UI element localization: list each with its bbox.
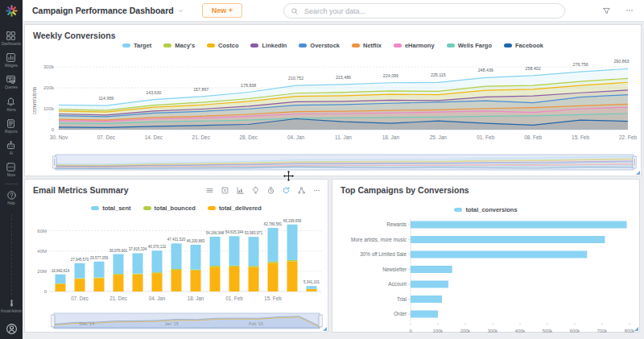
email-legend: total_senttotal_bouncedtotal_delivered (25, 205, 328, 212)
zoho-analytics-logo[interactable] (5, 4, 19, 21)
sidebar-item-alerts[interactable]: Alerts (2, 97, 21, 112)
svg-text:700k: 700k (597, 329, 608, 333)
chevron-down-icon (177, 7, 184, 14)
chart-type-icon[interactable] (236, 186, 245, 195)
svg-text:0: 0 (409, 329, 411, 333)
svg-text:Newsletter: Newsletter (382, 267, 407, 272)
dashboard-title-dropdown[interactable]: Campaign Performance Dashboard (32, 6, 184, 15)
svg-text:248,439: 248,439 (478, 68, 493, 72)
legend-item-total-conversions[interactable]: total_conversions (454, 206, 517, 213)
sidebar-divider (5, 184, 18, 184)
svg-text:114,959: 114,959 (99, 96, 114, 101)
sidebar-item-widgets[interactable]: Widgets (2, 52, 21, 68)
legend-swatch (352, 43, 360, 48)
svg-text:04. Jan: 04. Jan (287, 134, 305, 140)
svg-text:Jan '15: Jan '15 (164, 321, 179, 326)
svg-text:21. Dec: 21. Dec (192, 134, 211, 140)
svg-text:Trial: Trial (397, 296, 407, 302)
legend-swatch (91, 206, 99, 210)
insights-icon[interactable] (251, 186, 260, 195)
legend-item-macy-s[interactable]: Macy's (163, 42, 195, 49)
svg-text:28. Dec: 28. Dec (239, 134, 258, 140)
svg-text:20M: 20M (37, 269, 47, 274)
ellipsis-icon[interactable] (312, 186, 321, 195)
sidebar: DashboardsWidgetsQueriesAlertsReportsAIM… (0, 0, 23, 339)
refresh-icon[interactable] (282, 186, 291, 195)
svg-text:62,780,581: 62,780,581 (264, 222, 283, 226)
legend-item-netflix[interactable]: Netflix (352, 42, 382, 49)
sidebar-item-reports[interactable]: Reports (2, 118, 21, 134)
panel-title: Weekly Conversions (33, 31, 116, 40)
email-range-selector[interactable]: Dec '14Jan '15Feb '15 (51, 312, 323, 330)
legend-item-costco[interactable]: Costco (207, 42, 238, 49)
email-panel-toolbar (205, 186, 321, 195)
hamburger-icon[interactable] (205, 186, 214, 195)
legend-swatch (207, 43, 215, 48)
svg-text:25. Jan: 25. Jan (430, 134, 448, 140)
user-avatar[interactable] (6, 323, 18, 335)
legend-item-total-delivered[interactable]: total_delivered (208, 205, 262, 212)
svg-text:143,630: 143,630 (146, 90, 161, 95)
resize-handle[interactable] (636, 171, 640, 175)
sidebar-item-label: Help (7, 201, 14, 205)
sidebar-item-queries[interactable]: Queries (2, 74, 21, 89)
svg-text:66,199,699: 66,199,699 (283, 219, 302, 223)
svg-text:30% off Limited Sale: 30% off Limited Sale (360, 251, 407, 257)
svg-text:47,431,520: 47,431,520 (167, 238, 186, 242)
resize-handle[interactable] (323, 327, 327, 331)
svg-text:157,867: 157,867 (193, 87, 208, 92)
legend-item-eharmony[interactable]: eHarmony (394, 42, 435, 49)
svg-text:0: 0 (52, 127, 55, 132)
legend-item-target[interactable]: Target (122, 42, 151, 49)
panel-top-campaigns: Top Campaigns by Conversions total_conve… (332, 179, 640, 333)
sidebar-item-more[interactable]: More (2, 162, 21, 177)
sidebar-item-knowl-admin[interactable]: Knowl Admin (1, 298, 22, 313)
svg-text:224,099: 224,099 (383, 73, 398, 78)
svg-text:46,200,883: 46,200,883 (187, 239, 205, 243)
more-options-icon[interactable] (625, 6, 634, 15)
svg-text:200k: 200k (43, 85, 55, 90)
search-box[interactable] (283, 3, 565, 19)
svg-text:5,341,101: 5,341,101 (303, 280, 320, 284)
weekly-range-selector[interactable] (52, 154, 637, 172)
share-icon[interactable] (297, 186, 306, 195)
legend-item-total-sent[interactable]: total_sent (91, 205, 130, 212)
legend-item-wells-fargo[interactable]: Wells Fargo (447, 42, 492, 49)
sidebar-item-label: Widgets (5, 64, 18, 68)
svg-text:More artists, more music: More artists, more music (351, 237, 407, 242)
sidebar-item-ai[interactable]: AI (2, 140, 21, 155)
legend-item-overstock[interactable]: Overstock (299, 42, 340, 49)
svg-text:22. Feb: 22. Feb (619, 134, 637, 140)
sidebar-item-dashboards[interactable]: Dashboards (2, 31, 21, 46)
navigator-handle-right[interactable] (319, 315, 323, 327)
navigator-handle-left[interactable] (51, 315, 55, 327)
mouse-cursor (283, 171, 294, 181)
dashboards-icon (6, 31, 16, 41)
legend-swatch (143, 206, 151, 210)
email-metrics-stacked-bar-chart: 020M40M60M16,942,61427,945,57029,577,059… (27, 215, 328, 310)
legend-item-facebook[interactable]: Facebook (504, 42, 543, 49)
resize-handle[interactable] (634, 327, 638, 331)
svg-text:Dec '14: Dec '14 (80, 321, 94, 326)
svg-text:18. Jan: 18. Jan (382, 134, 400, 140)
svg-text:40,370,132: 40,370,132 (148, 245, 167, 249)
snapshot-icon[interactable] (266, 186, 275, 195)
legend-item-linkedin[interactable]: LinkedIn (250, 42, 287, 49)
svg-text:500k: 500k (543, 329, 553, 333)
legend-swatch (299, 43, 307, 48)
legend-item-total-bounced[interactable]: total_bounced (143, 205, 196, 212)
svg-text:100k: 100k (43, 106, 55, 111)
panel-email-metrics: Email Metrics Summary total_senttotal_bo… (24, 179, 328, 333)
svg-text:100k: 100k (433, 329, 444, 333)
filter-icon[interactable] (602, 6, 611, 15)
svg-text:210,752: 210,752 (288, 76, 303, 81)
search-input[interactable] (303, 6, 558, 16)
sidebar-item-label: Alerts (6, 108, 16, 112)
svg-text:Rewards: Rewards (386, 221, 407, 227)
svg-text:300k: 300k (488, 329, 498, 333)
sidebar-item-help[interactable]: Help (6, 190, 17, 205)
topbar: Campaign Performance Dashboard New + (23, 0, 644, 22)
svg-text:21. Dec: 21. Dec (109, 296, 127, 301)
new-button[interactable]: New + (202, 3, 242, 18)
export-icon[interactable] (221, 186, 229, 195)
